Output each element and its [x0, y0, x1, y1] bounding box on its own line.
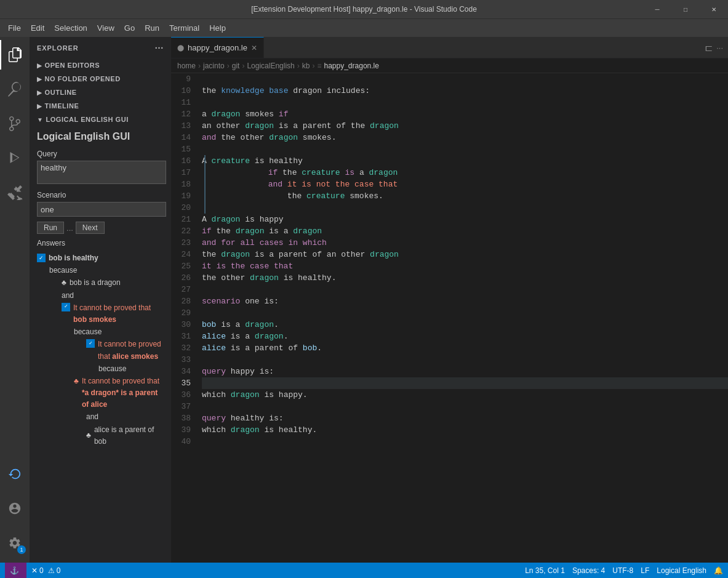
encoding-indicator[interactable]: UTF-8: [612, 566, 633, 575]
timeline-header[interactable]: ▶ TIMELINE: [30, 100, 171, 111]
token: an other: [202, 120, 245, 132]
line-ending-indicator[interactable]: LF: [641, 566, 649, 575]
run-button[interactable]: Run: [37, 222, 64, 234]
no-folder-header[interactable]: ▶ NO FOLDER OPENED: [30, 73, 171, 84]
editor-tab[interactable]: ⬤ happy_dragon.le ✕: [171, 37, 264, 58]
outline-header[interactable]: ▶ OUTLINE: [30, 87, 171, 98]
token: includes: [327, 85, 365, 97]
code-line-19: the creature smokes.: [202, 190, 728, 202]
language-text: Logical English: [657, 566, 706, 575]
token: [216, 237, 221, 249]
code-content[interactable]: the knowledge base dragon includes: a dr…: [196, 73, 728, 563]
tab-close-icon[interactable]: ✕: [251, 44, 257, 52]
settings-activity-icon[interactable]: 1: [0, 528, 30, 558]
line-num-20: 20: [171, 202, 191, 214]
menu-file[interactable]: File: [3, 21, 26, 35]
close-button[interactable]: ✕: [700, 0, 728, 18]
le-gui-header[interactable]: ▼ LOGICAL ENGLISH GUI: [30, 114, 171, 125]
breadcrumb-kb[interactable]: kb: [302, 62, 310, 70]
answer-text: and: [86, 412, 98, 421]
token: dragon: [236, 225, 265, 237]
split-editor-icon[interactable]: ⊏: [705, 42, 713, 54]
menubar: File Edit Selection View Go Run Terminal…: [0, 18, 728, 37]
open-editors-header[interactable]: ▶ OPEN EDITORS: [30, 60, 171, 71]
answer-checkbox[interactable]: ✓: [37, 254, 46, 262]
token: alice: [202, 342, 226, 354]
source-control-activity-icon[interactable]: [0, 109, 30, 138]
scenario-label: Scenario: [37, 191, 164, 199]
code-editor[interactable]: 9 10 11 12 13 14 15 16 17 18 19 20 21 22…: [171, 73, 728, 563]
token: is healthy.: [260, 424, 318, 436]
answer-text: because: [49, 266, 77, 275]
breadcrumb: home › jacinto › git › LogicalEnglish › …: [171, 58, 728, 73]
ext-dev-indicator[interactable]: ⚓: [5, 563, 26, 578]
token: .: [274, 319, 279, 331]
breadcrumb-git[interactable]: git: [232, 62, 240, 70]
next-button[interactable]: Next: [76, 222, 105, 234]
code-line-26: the other dragon is healthy.: [202, 272, 728, 284]
answer-text: because: [98, 364, 126, 373]
remote-activity-icon[interactable]: [0, 459, 30, 489]
menu-run[interactable]: Run: [140, 21, 164, 35]
answer-checkbox[interactable]: ✓: [62, 303, 70, 311]
answers-label: Answers: [37, 239, 164, 247]
code-line-34: query happy is:: [202, 366, 728, 377]
breadcrumb-le[interactable]: LogicalEnglish: [247, 62, 294, 70]
line-num-35: 35: [171, 377, 191, 389]
search-activity-icon[interactable]: [0, 74, 30, 104]
error-count[interactable]: ✕ 0 ⚠ 0: [31, 566, 60, 575]
activity-bottom: 1: [0, 459, 30, 563]
line-num-38: 38: [171, 412, 191, 424]
menu-help[interactable]: Help: [204, 21, 231, 35]
token: dragon: [212, 108, 241, 120]
separator: ...: [66, 223, 73, 233]
outline-chevron: ▶: [37, 89, 42, 96]
account-activity-icon[interactable]: [0, 494, 30, 523]
menu-terminal[interactable]: Terminal: [164, 21, 204, 35]
token: dragon: [370, 120, 399, 132]
extensions-activity-icon[interactable]: [0, 178, 30, 207]
cursor-position[interactable]: Ln 35, Col 1: [525, 566, 565, 575]
token: is a: [216, 319, 245, 331]
menu-view[interactable]: View: [92, 21, 119, 35]
run-activity-icon[interactable]: [0, 143, 30, 173]
token: is a parent of: [226, 342, 303, 354]
more-actions-icon[interactable]: ···: [716, 43, 723, 52]
token: it is the case that: [202, 260, 293, 272]
scenario-input[interactable]: [37, 202, 166, 217]
list-item: ✓ It cannot be proved that bob smokes: [37, 302, 164, 326]
notification-icon[interactable]: 🔔: [714, 566, 723, 575]
token: dragon: [212, 214, 241, 225]
maximize-button[interactable]: □: [671, 0, 700, 18]
list-item: ♣ It cannot be proved that *a dragon* is…: [37, 375, 164, 411]
token: query: [202, 366, 226, 377]
token: creature: [306, 191, 345, 201]
spaces-indicator[interactable]: Spaces: 4: [572, 566, 605, 575]
language-indicator[interactable]: Logical English: [657, 566, 706, 575]
token: scenario: [202, 295, 240, 307]
sidebar-more-icon[interactable]: ···: [155, 43, 164, 53]
breadcrumb-current[interactable]: happy_dragon.le: [324, 62, 379, 70]
code-line-9: [202, 73, 728, 85]
menu-edit[interactable]: Edit: [26, 21, 49, 35]
breadcrumb-sep2: ›: [227, 62, 230, 70]
line-num-28: 28: [171, 295, 191, 307]
token: is: [260, 366, 270, 377]
sidebar-header-label: EXPLORER: [37, 44, 79, 52]
settings-badge: 1: [17, 545, 26, 554]
answer-checkbox[interactable]: ✓: [86, 339, 95, 348]
menu-go[interactable]: Go: [119, 21, 140, 35]
breadcrumb-home[interactable]: home: [177, 62, 196, 70]
list-item: ♣ bob is a dragon: [37, 277, 164, 289]
answer-tree: ✓ bob is healthy because ♣ bob is a drag…: [37, 252, 164, 448]
explorer-activity-icon[interactable]: [0, 40, 30, 70]
token: healthy: [226, 412, 269, 424]
menu-selection[interactable]: Selection: [49, 21, 92, 35]
main-layout: 1 EXPLORER ··· ▶ OPEN EDITORS ▶ NO FOLDE…: [0, 37, 728, 563]
answer-text: bob is healthy: [49, 252, 98, 264]
token: and: [202, 237, 216, 249]
query-input[interactable]: healthy: [37, 161, 166, 184]
breadcrumb-jacinto[interactable]: jacinto: [203, 62, 225, 70]
minimize-button[interactable]: ─: [643, 0, 671, 18]
code-line-10: the knowledge base dragon includes:: [202, 85, 728, 97]
